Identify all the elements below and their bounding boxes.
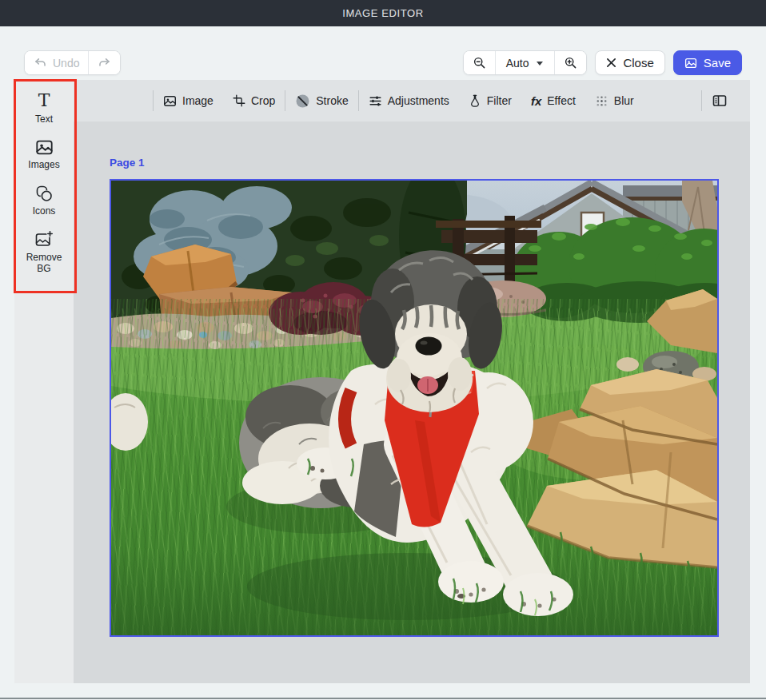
toolbar-item-label: Crop xyxy=(251,94,275,107)
sidebar: T Text Images Icons xyxy=(14,80,74,683)
toolbar-item-label: Blur xyxy=(614,94,634,107)
toolbar-item-effect[interactable]: fx Effect xyxy=(521,80,585,121)
redo-icon xyxy=(98,56,111,70)
flask-icon xyxy=(469,94,481,107)
toolbar-item-label: Adjustments xyxy=(388,94,449,107)
selected-image[interactable] xyxy=(110,179,719,637)
stroke-none-icon xyxy=(295,93,310,109)
image-icon xyxy=(35,138,54,157)
sidebar-item-text[interactable]: T Text xyxy=(18,90,70,125)
toolbar-item-image[interactable]: Image xyxy=(154,80,223,121)
window-bottom-edge xyxy=(0,698,766,699)
toolbar-item-crop[interactable]: Crop xyxy=(223,80,285,121)
image-icon xyxy=(684,57,697,70)
action-bar: Undo xyxy=(24,50,742,75)
format-toolbar: Image Crop Stroke xyxy=(74,80,750,121)
sidebar-item-label: Text xyxy=(35,113,53,125)
panel-toggle-button[interactable] xyxy=(702,80,737,121)
sidebar-item-label: Images xyxy=(28,159,59,170)
close-label: Close xyxy=(623,56,653,70)
sidebar-item-label: Remove BG xyxy=(23,252,65,274)
editor-main: Image Crop Stroke xyxy=(74,80,750,683)
crop-icon xyxy=(233,94,245,107)
undo-label: Undo xyxy=(53,57,79,70)
sliders-icon xyxy=(369,94,382,108)
toolbar-item-label: Stroke xyxy=(316,94,348,107)
sidebar-item-label: Icons xyxy=(33,205,56,217)
redo-button[interactable] xyxy=(88,51,120,74)
side-panel-icon xyxy=(712,93,728,109)
sidebar-item-remove-bg[interactable]: Remove BG xyxy=(18,230,70,274)
image-icon xyxy=(163,94,177,108)
toolbar-item-label: Filter xyxy=(487,94,512,107)
editor-panel: T Text Images Icons xyxy=(14,80,750,683)
zoom-in-button[interactable] xyxy=(554,51,586,74)
remove-background-icon xyxy=(34,230,54,249)
zoom-out-icon xyxy=(473,56,486,70)
window-title: IMAGE EDITOR xyxy=(342,7,424,19)
toolbar-item-stroke[interactable]: Stroke xyxy=(285,80,357,121)
canvas-area[interactable]: Page 1 xyxy=(74,121,750,683)
zoom-in-icon xyxy=(564,56,577,70)
undo-icon xyxy=(34,56,47,70)
toolbar-item-label: Image xyxy=(182,94,213,107)
zoom-controls: Auto xyxy=(463,50,588,75)
undo-button[interactable]: Undo xyxy=(25,51,88,74)
toolbar-item-filter[interactable]: Filter xyxy=(459,80,521,121)
save-button[interactable]: Save xyxy=(673,50,742,75)
fx-icon: fx xyxy=(531,94,541,108)
sidebar-item-icons[interactable]: Icons xyxy=(18,184,70,217)
toolbar-item-blur[interactable]: Blur xyxy=(585,80,644,121)
toolbar-item-label: Effect xyxy=(547,94,576,107)
history-controls: Undo xyxy=(24,50,121,75)
close-button[interactable]: Close xyxy=(595,50,664,75)
text-icon: T xyxy=(34,90,54,111)
view-controls: Auto Close xyxy=(463,50,742,75)
shapes-icon xyxy=(34,184,54,203)
dot-grid-icon xyxy=(595,94,608,108)
titlebar: IMAGE EDITOR xyxy=(0,0,766,26)
page-label[interactable]: Page 1 xyxy=(110,157,145,169)
zoom-level-select[interactable]: Auto xyxy=(495,51,555,74)
svg-text:T: T xyxy=(38,90,50,110)
chevron-down-icon xyxy=(536,60,544,66)
toolbar-item-adjustments[interactable]: Adjustments xyxy=(359,80,459,121)
dog-photo xyxy=(111,181,717,635)
close-icon xyxy=(606,58,616,68)
zoom-out-button[interactable] xyxy=(464,51,495,74)
sidebar-item-images[interactable]: Images xyxy=(18,138,70,170)
zoom-level-value: Auto xyxy=(506,57,529,70)
save-label: Save xyxy=(704,56,731,70)
